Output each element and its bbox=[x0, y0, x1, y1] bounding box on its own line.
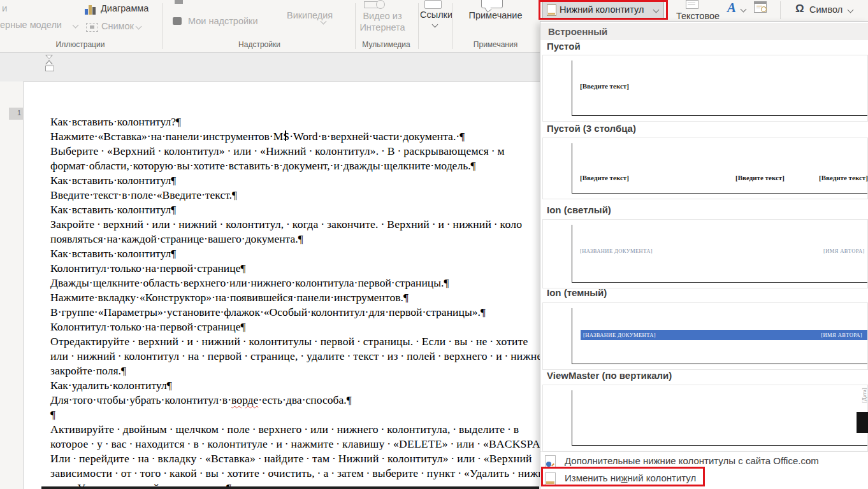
footer-template-ion-dark[interactable]: Ion (темный)[НАЗВАНИЕ ДОКУМЕНТА][ИМЯ АВТ… bbox=[540, 287, 868, 369]
hanging-indent-marker[interactable] bbox=[45, 60, 53, 64]
wikipedia-button[interactable]: Википедия bbox=[287, 10, 333, 20]
text-caret bbox=[285, 131, 286, 141]
doc-line: или · нижний · колонтитул · на · первой … bbox=[50, 349, 539, 364]
doc-line: Колонтитул·только·на·первой·странице¶ bbox=[50, 320, 539, 334]
online-video-button[interactable]: Видео из Интернета bbox=[354, 10, 410, 33]
gallery-item-label: Пустой (3 столбца) bbox=[547, 123, 636, 134]
doc-line: Как·вставить·колонтитул¶ bbox=[50, 202, 539, 217]
cut-label-left: и bbox=[2, 3, 7, 13]
doc-line: формат·области,·которую·вы·хотите·встави… bbox=[50, 159, 539, 173]
redaction-bar bbox=[41, 486, 539, 489]
doc-lines: Как·вставить·колонтитул?¶Нажмите·«Вставк… bbox=[50, 115, 539, 489]
symbol-button[interactable]: Символ bbox=[809, 4, 843, 15]
author-placeholder: [ИМЯ АВТОРА] bbox=[823, 248, 865, 254]
left-indent-marker[interactable] bbox=[45, 66, 54, 71]
group-label-comments: Примечания bbox=[454, 40, 537, 49]
menu-item-label: Изменить нижний колонтитул bbox=[565, 470, 696, 486]
placeholder-text: [Введите текст] bbox=[819, 174, 868, 181]
ion-dark-bar: [НАЗВАНИЕ ДОКУМЕНТА][ИМЯ АВТОРА] bbox=[581, 330, 867, 340]
gallery-item-preview: [НАЗВАНИЕ ДОКУМЕНТА][ИМЯ АВТОРА] bbox=[542, 219, 868, 288]
chevron-down-icon bbox=[432, 22, 438, 28]
my-addins-icon bbox=[173, 17, 182, 25]
footer-dropdown-panel: Встроенный Пустой[Введите текст]Пустой (… bbox=[540, 21, 868, 489]
omega-icon: Ω bbox=[795, 3, 804, 15]
gallery-item-preview: [Дата] bbox=[542, 385, 868, 451]
doc-line: Как·вставить·колонтитул¶ bbox=[50, 173, 539, 188]
gallery-item-label: Ion (темный) bbox=[547, 287, 607, 298]
doc-title-placeholder: [НАЗВАНИЕ ДОКУМЕНТА] bbox=[583, 332, 656, 338]
doc-line: появляться·на·каждой·странице·вашего·док… bbox=[50, 232, 539, 246]
chart-icon bbox=[85, 4, 98, 15]
insert-chart-button[interactable]: Диаграмма bbox=[101, 3, 148, 13]
menu-item-label: Дополнительные нижние колонтитулы с сайт… bbox=[565, 453, 819, 469]
date-time-icon[interactable] bbox=[754, 1, 767, 13]
globe-icon bbox=[376, 0, 385, 9]
3d-models-button[interactable]: ерные модели bbox=[0, 20, 62, 30]
doc-line: Нажмите·«Вставка»·на·панели·инструментов… bbox=[50, 129, 539, 144]
doc-line: ¶ bbox=[50, 408, 539, 422]
misspelled-word: ворде bbox=[231, 393, 258, 406]
menu-item-edit-footer[interactable]: Изменить нижний колонтитул bbox=[540, 470, 868, 486]
edit-footer-icon bbox=[545, 472, 556, 485]
footer-template-blank1[interactable]: Пустой[Введите текст] bbox=[540, 41, 868, 120]
doc-line: зависимости · от · того · какой · вы · х… bbox=[50, 466, 539, 481]
group-label-media: Мультимедиа bbox=[356, 40, 417, 49]
date-placeholder: [Дата] bbox=[861, 388, 867, 403]
chevron-down-icon bbox=[136, 24, 142, 30]
footer-template-blank3[interactable]: Пустой (3 столбца)[Введите текст][Введит… bbox=[540, 123, 868, 198]
doc-line: Выберите · «Верхний · колонтитул» · или … bbox=[50, 144, 539, 159]
footer-template-viewmaster[interactable]: ViewMaster (по вертикали)[Дата] bbox=[540, 370, 868, 450]
footer-button-label: Нижний колонтитул bbox=[560, 4, 644, 15]
doc-line: Активируйте · двойным · щелчком · поле ·… bbox=[50, 422, 539, 437]
doc-line: Закройте · верхний · или · нижний · коло… bbox=[50, 217, 539, 232]
doc-line: которое · у · вас · находится · в · коло… bbox=[50, 437, 539, 451]
office-com-doc-icon bbox=[545, 455, 556, 468]
clock-icon bbox=[761, 6, 767, 12]
doc-title-placeholder: [НАЗВАНИЕ ДОКУМЕНТА] bbox=[580, 248, 653, 254]
footer-button[interactable]: Нижний колонтитул bbox=[542, 1, 664, 18]
menu-item-more-footers[interactable]: Дополнительные нижние колонтитулы с сайт… bbox=[540, 453, 868, 469]
wordart-button[interactable]: A bbox=[727, 0, 736, 16]
document-page[interactable]: Как·вставить·колонтитул?¶Нажмите·«Вставк… bbox=[23, 82, 540, 489]
footer-page-icon bbox=[547, 4, 556, 16]
chevron-down-icon bbox=[73, 22, 79, 29]
gallery-item-label: ViewMaster (по вертикали) bbox=[547, 370, 672, 381]
doc-line: Нажмите·вкладку·«Конструктор»·на·появивш… bbox=[50, 290, 539, 305]
doc-line: Как·удалить·колонтитул¶ bbox=[50, 378, 539, 393]
placeholder-text: [Введите текст] bbox=[735, 174, 785, 181]
chevron-down-icon bbox=[653, 7, 660, 13]
links-icon bbox=[424, 0, 442, 9]
word-window: и Диаграмма ерные модели Снимок Иллюстра… bbox=[0, 0, 868, 489]
footer-menu: Дополнительные нижние колонтитулы с сайт… bbox=[540, 451, 868, 489]
textbox-button[interactable]: Текстовое bbox=[676, 11, 720, 21]
placeholder-text: [Введите текст] bbox=[580, 174, 629, 181]
doc-line: Отредактируйте · верхний · и · нижний · … bbox=[50, 334, 539, 349]
placeholder-text: [Введите текст] bbox=[580, 82, 629, 90]
comment-bubble-icon bbox=[481, 0, 503, 8]
links-button[interactable]: Ссылки bbox=[420, 10, 452, 20]
group-label-illustrations: Иллюстрации bbox=[0, 40, 161, 49]
gallery-item-preview: [НАЗВАНИЕ ДОКУМЕНТА][ИМЯ АВТОРА] bbox=[542, 302, 868, 370]
chevron-down-icon bbox=[741, 6, 747, 13]
doc-line: Для·того·чтобы·убрать·колонтитул·в·ворде… bbox=[50, 393, 539, 408]
first-line-indent-marker[interactable] bbox=[45, 55, 53, 59]
doc-line: Как·вставить·колонтитул?¶ bbox=[50, 115, 539, 129]
group-label-addins: Надстройки bbox=[164, 40, 354, 49]
doc-line: Введите·текст·в·поле·«Введите·текст.¶ bbox=[50, 188, 539, 202]
gallery-item-preview: [Введите текст] bbox=[542, 55, 868, 122]
comment-button[interactable]: Примечание bbox=[454, 10, 537, 20]
gallery-item-label: Пустой bbox=[547, 41, 581, 52]
cut-icon-fragment bbox=[175, 0, 183, 4]
doc-line: закройте·поля.¶ bbox=[50, 364, 539, 378]
footer-template-ion-light[interactable]: Ion (светлый)[НАЗВАНИЕ ДОКУМЕНТА][ИМЯ АВ… bbox=[540, 204, 868, 287]
doc-line: Как·вставить·колонтитул¶ bbox=[50, 246, 539, 261]
screenshot-button[interactable]: Снимок bbox=[101, 21, 134, 31]
viewmaster-black-box bbox=[857, 412, 868, 433]
footer-gallery: Пустой[Введите текст]Пустой (3 столбца)[… bbox=[540, 22, 868, 451]
my-addins-button[interactable]: Мои надстройки bbox=[188, 16, 258, 26]
chevron-down-icon bbox=[848, 7, 854, 13]
doc-line: Или · перейдите · на · вкладку · «Вставк… bbox=[50, 451, 539, 466]
textbox-icon bbox=[686, 0, 698, 9]
doc-line: В·группе·«Параметры»·установите·флажок·«… bbox=[50, 305, 539, 320]
doc-line: Дважды·щелкните·область·верхнего·или·ниж… bbox=[50, 276, 539, 290]
